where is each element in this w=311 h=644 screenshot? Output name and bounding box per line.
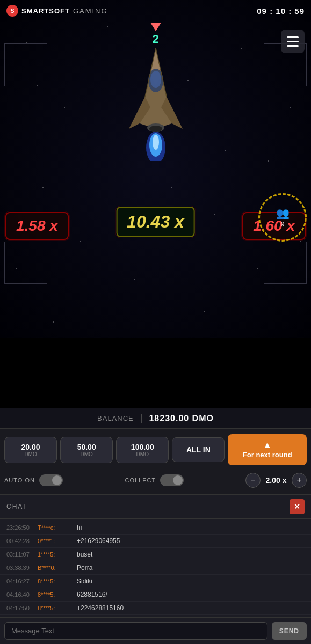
bet-50-amount: 50.00 — [77, 443, 96, 451]
next-round-icon: ▲ — [263, 440, 272, 449]
chat-message: 03:38:39 B****0: Porra — [0, 561, 311, 575]
menu-line-1 — [287, 36, 299, 38]
multiplier-center-box: 10.43 x — [116, 207, 195, 237]
stepper-value: 2.00 x — [263, 476, 290, 485]
chat-message: 04:16:40 8****5: 62881516/ — [0, 588, 311, 602]
collect-toggle[interactable] — [160, 474, 184, 486]
chat-section: CHAT ✕ 23:26:50 T****c: hi 00:42:28 0***… — [0, 494, 311, 644]
svg-point-2 — [153, 135, 159, 150]
chat-title: CHAT — [6, 503, 28, 510]
circle-inner: 👥 9 — [276, 207, 290, 228]
msg-time: 03:11:07 — [6, 551, 33, 558]
balance-divider: | — [140, 413, 143, 424]
multiplier-center-container: 10.43 x — [116, 207, 195, 237]
spaceship — [124, 43, 188, 163]
allin-button[interactable]: ALL IN — [172, 437, 225, 462]
msg-time: 04:16:40 — [6, 591, 33, 598]
menu-button[interactable] — [281, 30, 305, 53]
bottom-panel: BALANCE | 18230.00 DMO 20.00 DMO 50.00 D… — [0, 408, 311, 644]
bet-button-20[interactable]: 20.00 DMO — [4, 437, 57, 463]
bet-100-amount: 100.00 — [131, 443, 154, 451]
corner-decoration-br — [264, 241, 307, 284]
bet-button-50[interactable]: 50.00 DMO — [60, 437, 113, 463]
msg-user: 1****5: — [38, 551, 73, 558]
collect-section: COLLECT — [125, 474, 241, 486]
top-multiplier-value: 2 — [152, 32, 158, 46]
multiplier-center-value: 10.43 x — [127, 212, 184, 231]
top-triangle-icon — [150, 23, 161, 31]
chat-message-input[interactable] — [4, 622, 267, 640]
msg-time: 00:42:28 — [6, 538, 33, 544]
multiplier-left-box: 1.58 x — [5, 212, 69, 240]
multiplier-left-container: 1.58 x — [5, 212, 69, 240]
next-round-label: For next round — [243, 451, 292, 459]
multiplier-left-value: 1.58 x — [16, 217, 58, 234]
msg-user: 8****5: — [38, 605, 73, 611]
chat-message: 00:42:28 0****1: +21629064955 — [0, 535, 311, 548]
clock: 09 : 10 : 59 — [257, 6, 305, 16]
logo-smartsoft: SMARTSOFT — [21, 7, 70, 15]
balance-value: 18230.00 DMO — [149, 414, 214, 423]
msg-time: 23:26:50 — [6, 524, 33, 531]
msg-user: 0****1: — [38, 538, 73, 544]
auto-toggle[interactable] — [39, 474, 63, 486]
msg-text: +21629064955 — [77, 537, 120, 545]
msg-text: +224628815160 — [77, 604, 124, 612]
bet-row: 20.00 DMO 50.00 DMO 100.00 DMO ALL IN ▲ … — [0, 429, 311, 471]
menu-line-3 — [287, 45, 299, 47]
corner-decoration-tl — [4, 43, 47, 86]
msg-text: hi — [77, 524, 82, 531]
collect-label: COLLECT — [125, 477, 156, 484]
stepper-plus-button[interactable]: + — [292, 473, 307, 488]
bet-100-currency: DMO — [136, 451, 149, 457]
msg-text: buset — [77, 551, 92, 558]
svg-point-8 — [150, 71, 161, 88]
corner-decoration-bl — [4, 241, 47, 284]
msg-text: 62881516/ — [77, 591, 107, 598]
chat-input-row: SEND — [0, 617, 311, 644]
circle-count: 9 — [281, 221, 285, 228]
msg-user: 8****5: — [38, 578, 73, 584]
controls-row: AUTO ON COLLECT − 2.00 x + — [0, 471, 311, 494]
bet-button-100[interactable]: 100.00 DMO — [116, 437, 169, 463]
msg-text: Sidiki — [77, 577, 92, 585]
bet-50-currency: DMO — [80, 451, 92, 457]
menu-line-2 — [287, 41, 299, 42]
top-multiplier-indicator: 2 — [150, 23, 161, 46]
chat-message: 04:17:50 8****5: +224628815160 — [0, 602, 311, 615]
chat-close-button[interactable]: ✕ — [290, 499, 305, 514]
msg-time: 04:17:50 — [6, 605, 33, 611]
chat-header: CHAT ✕ — [0, 495, 311, 519]
game-area: S SMARTSOFT GAMING 09 : 10 : 59 2 — [0, 0, 311, 338]
msg-text: Porra — [77, 564, 92, 572]
auto-section: AUTO ON — [4, 474, 120, 486]
stepper-minus-button[interactable]: − — [245, 473, 261, 488]
header: S SMARTSOFT GAMING 09 : 10 : 59 — [0, 0, 311, 21]
bet-20-amount: 20.00 — [21, 443, 40, 451]
logo-icon: S — [6, 5, 18, 17]
chat-message: 23:26:50 T****c: hi — [0, 521, 311, 535]
circle-multiplier-container: 👥 9 — [258, 193, 307, 241]
chat-message: 04:16:27 8****5: Sidiki — [0, 575, 311, 588]
multiplier-stepper: − 2.00 x + — [245, 473, 307, 488]
svg-point-12 — [149, 126, 162, 132]
msg-time: 04:16:27 — [6, 578, 33, 584]
bet-20-currency: DMO — [24, 451, 37, 457]
msg-time: 03:38:39 — [6, 565, 33, 571]
close-icon: ✕ — [294, 502, 300, 511]
msg-user: B****0: — [38, 565, 73, 571]
msg-user: T****c: — [38, 524, 73, 531]
chat-messages: 23:26:50 T****c: hi 00:42:28 0****1: +21… — [0, 519, 311, 617]
auto-label: AUTO ON — [4, 477, 35, 484]
balance-bar: BALANCE | 18230.00 DMO — [0, 408, 311, 429]
msg-user: 8****5: — [38, 591, 73, 598]
logo-gaming: GAMING — [73, 7, 108, 15]
chat-message: 03:11:07 1****5: buset — [0, 548, 311, 561]
group-icon: 👥 — [276, 207, 290, 219]
collect-toggle-knob — [173, 475, 183, 485]
send-button[interactable]: SEND — [272, 622, 307, 640]
circle-multiplier: 👥 9 — [258, 193, 307, 241]
next-round-button[interactable]: ▲ For next round — [228, 434, 307, 465]
allin-label: ALL IN — [186, 445, 211, 454]
logo: S SMARTSOFT GAMING — [6, 5, 108, 17]
